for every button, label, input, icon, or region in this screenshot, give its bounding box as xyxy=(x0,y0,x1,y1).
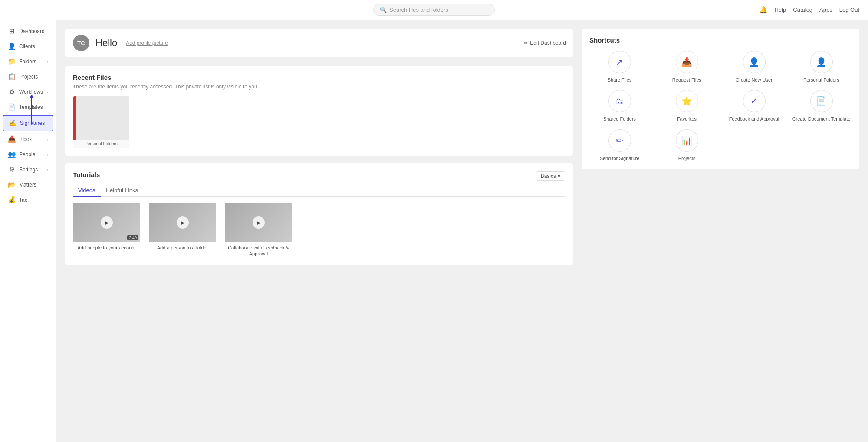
video-label: Add a person to a folder xyxy=(157,245,208,251)
file-content xyxy=(76,96,129,140)
feedback-approval-icon: ✓ xyxy=(743,90,766,112)
shared-folders-icon: 🗂 xyxy=(608,90,631,112)
share-files-icon: ↗ xyxy=(608,51,631,73)
top-nav-right: 🔔 Help Catalog Apps Log Out xyxy=(759,6,859,14)
play-button[interactable]: ▶ xyxy=(101,216,113,229)
logout-link[interactable]: Log Out xyxy=(839,7,859,13)
matters-icon: 📂 xyxy=(8,181,16,189)
sidebar-item-inbox[interactable]: 📥 Inbox › xyxy=(3,132,53,147)
search-container[interactable]: 🔍 Search files and folders xyxy=(373,4,495,16)
top-navigation: 🔍 Search files and folders 🔔 Help Catalo… xyxy=(0,0,868,20)
help-link[interactable]: Help xyxy=(775,7,786,13)
sidebar-item-templates[interactable]: 📄 Templates xyxy=(3,100,53,115)
sidebar: ⊞ Dashboard 👤 Clients 📁 Folders › 📋 Proj… xyxy=(0,20,56,442)
tab-videos[interactable]: Videos xyxy=(73,184,101,197)
edit-dashboard-button[interactable]: ✏ Edit Dashboard xyxy=(524,40,566,46)
main-layout: ⊞ Dashboard 👤 Clients 📁 Folders › 📋 Proj… xyxy=(0,20,868,442)
shortcut-create-new-user[interactable]: 👤 Create New User xyxy=(724,51,784,83)
sidebar-item-people[interactable]: 👥 People › xyxy=(3,147,53,162)
sidebar-item-projects[interactable]: 📋 Projects xyxy=(3,69,53,84)
shortcut-label-share-files: Share Files xyxy=(608,77,632,83)
sidebar-label-signatures: Signatures xyxy=(20,120,45,126)
chevron-icon: › xyxy=(47,152,48,157)
shortcut-feedback-approval[interactable]: ✓ Feedback and Approval xyxy=(724,90,784,122)
sidebar-item-dashboard[interactable]: ⊞ Dashboard xyxy=(3,24,53,39)
recent-files-title: Recent Files xyxy=(73,74,565,81)
basics-dropdown[interactable]: Basics ▾ xyxy=(536,171,565,181)
sidebar-item-tax[interactable]: 💰 Tax xyxy=(3,193,53,207)
shortcut-label-favorites: Favorites xyxy=(677,116,697,122)
sidebar-label-projects: Projects xyxy=(19,74,38,80)
workflows-icon: ⚙ xyxy=(8,88,16,96)
sidebar-item-clients[interactable]: 👤 Clients xyxy=(3,39,53,54)
apps-link[interactable]: Apps xyxy=(819,7,832,13)
shortcut-personal-folders[interactable]: 👤 Personal Folders xyxy=(791,51,852,83)
shortcut-label-send-for-signature: Send for Signature xyxy=(600,155,640,161)
sidebar-label-folders: Folders xyxy=(19,59,36,65)
sidebar-item-matters[interactable]: 📂 Matters xyxy=(3,177,53,192)
chevron-icon: › xyxy=(47,167,48,172)
send-for-signature-icon: ✏ xyxy=(608,129,631,152)
sidebar-label-workflows: Workflows xyxy=(19,89,43,95)
sidebar-label-inbox: Inbox xyxy=(19,136,32,142)
sidebar-item-signatures[interactable]: ✍ Signatures xyxy=(3,115,53,131)
video-thumbnail: ▶ xyxy=(225,203,292,242)
video-label: Collaborate with Feedback & Approval xyxy=(225,245,292,257)
dashboard-icon: ⊞ xyxy=(8,27,16,35)
video-card-1[interactable]: ▶ Add a person to a folder xyxy=(149,203,216,257)
sidebar-item-workflows[interactable]: ⚙ Workflows › xyxy=(3,85,53,99)
sidebar-label-settings: Settings xyxy=(19,167,38,173)
create-document-template-icon: 📄 xyxy=(810,90,833,112)
video-card-2[interactable]: ▶ Collaborate with Feedback & Approval xyxy=(225,203,292,257)
search-icon: 🔍 xyxy=(380,7,387,13)
shortcut-send-for-signature[interactable]: ✏ Send for Signature xyxy=(589,129,650,161)
folders-icon: 📁 xyxy=(8,58,16,65)
sidebar-label-people: People xyxy=(19,151,35,157)
tax-icon: 💰 xyxy=(8,196,16,204)
video-thumbnail: ▶ 2:49 xyxy=(73,203,140,242)
play-button[interactable]: ▶ xyxy=(177,216,189,229)
sidebar-item-settings[interactable]: ⚙ Settings › xyxy=(3,162,53,177)
chevron-icon: › xyxy=(47,59,48,64)
people-icon: 👥 xyxy=(8,151,16,158)
chevron-icon: › xyxy=(47,90,48,95)
notification-icon[interactable]: 🔔 xyxy=(759,6,768,14)
shortcut-projects[interactable]: 📊 Projects xyxy=(657,129,717,161)
video-grid: ▶ 2:49 Add people to your account ▶ Add … xyxy=(73,203,565,257)
recent-files-subtitle: These are the items you recently accesse… xyxy=(73,84,565,90)
shortcut-shared-folders[interactable]: 🗂 Shared Folders xyxy=(589,90,650,122)
avatar: TC xyxy=(73,35,89,51)
shortcut-label-create-document-template: Create Document Template xyxy=(792,116,851,122)
search-bar[interactable]: 🔍 Search files and folders xyxy=(373,4,495,16)
create-new-user-icon: 👤 xyxy=(743,51,766,73)
shortcut-request-files[interactable]: 📥 Request Files xyxy=(657,51,717,83)
file-card[interactable]: Personal Folders xyxy=(73,96,129,148)
shortcut-label-projects: Projects xyxy=(678,155,696,161)
sidebar-label-matters: Matters xyxy=(19,182,36,188)
chevron-down-icon: ▾ xyxy=(558,173,560,179)
video-card-0[interactable]: ▶ 2:49 Add people to your account xyxy=(73,203,140,257)
page-header: TC Hello Add profile picture ✏ Edit Dash… xyxy=(65,29,573,57)
video-label: Add people to your account xyxy=(78,245,136,251)
tab-helpful-links[interactable]: Helpful Links xyxy=(101,184,143,197)
add-profile-link[interactable]: Add profile picture xyxy=(126,40,168,46)
shortcut-label-feedback-approval: Feedback and Approval xyxy=(729,116,779,122)
shortcut-share-files[interactable]: ↗ Share Files xyxy=(589,51,650,83)
shortcuts-grid: ↗ Share Files 📥 Request Files 👤 Create N… xyxy=(589,51,852,161)
play-button[interactable]: ▶ xyxy=(253,216,265,229)
catalog-link[interactable]: Catalog xyxy=(793,7,812,13)
chevron-icon: › xyxy=(47,137,48,142)
projects-icon: 📊 xyxy=(676,129,698,152)
greeting: Hello xyxy=(95,37,117,49)
personal-folders-icon: 👤 xyxy=(810,51,833,73)
sidebar-label-clients: Clients xyxy=(19,43,35,49)
shortcut-create-document-template[interactable]: 📄 Create Document Template xyxy=(791,90,852,122)
projects-icon: 📋 xyxy=(8,73,16,81)
shortcuts-title: Shortcuts xyxy=(589,36,852,44)
settings-icon: ⚙ xyxy=(8,166,16,174)
sidebar-item-folders[interactable]: 📁 Folders › xyxy=(3,54,53,69)
shortcut-favorites[interactable]: ⭐ Favorites xyxy=(657,90,717,122)
search-placeholder: Search files and folders xyxy=(389,7,448,13)
file-thumbnail xyxy=(73,96,129,140)
tutorials-tabs: Videos Helpful Links xyxy=(73,184,565,197)
